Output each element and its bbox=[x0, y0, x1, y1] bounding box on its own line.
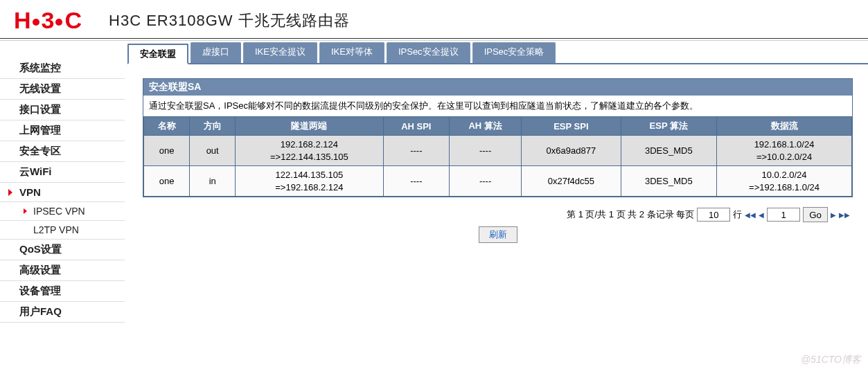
sidebar-item-上网管理[interactable]: 上网管理 bbox=[0, 120, 125, 141]
logo-dot-icon bbox=[33, 19, 39, 26]
cell-ahspi: ---- bbox=[383, 136, 450, 166]
divider bbox=[0, 38, 868, 39]
col-ESP 算法: ESP 算法 bbox=[621, 117, 716, 136]
sidebar-item-VPN[interactable]: VPN bbox=[0, 183, 125, 202]
refresh-wrap: 刷新 bbox=[143, 226, 853, 243]
col-名称: 名称 bbox=[144, 117, 190, 136]
refresh-button[interactable]: 刷新 bbox=[479, 226, 517, 243]
panel-title: 安全联盟SA bbox=[143, 79, 852, 96]
cell-flow: 10.0.2.0/24=>192.168.1.0/24 bbox=[717, 166, 852, 197]
prev-page-icon[interactable]: ◀ bbox=[759, 211, 764, 219]
sidebar-item-接口设置[interactable]: 接口设置 bbox=[0, 100, 125, 120]
table-header-row: 名称方向隧道两端AH SPIAH 算法ESP SPIESP 算法数据流 bbox=[144, 117, 852, 136]
panel-desc: 通过安全联盟SA，IPSec能够对不同的数据流提供不同级别的安全保护。在这里可以… bbox=[143, 96, 852, 116]
cell-ahspi: ---- bbox=[383, 166, 450, 197]
per-page-input[interactable] bbox=[697, 208, 730, 222]
cell-flow: 192.168.1.0/24=>10.0.2.0/24 bbox=[717, 136, 852, 166]
sidebar: 系统监控无线设置接口设置上网管理安全专区云WiFiVPNIPSEC VPNL2T… bbox=[0, 41, 125, 323]
next-page-icon[interactable]: ▶ bbox=[831, 211, 836, 219]
table-row: onein122.144.135.105=>192.168.2.124-----… bbox=[144, 166, 852, 197]
logo: H 3 C bbox=[14, 7, 81, 34]
sa-table: 名称方向隧道两端AH SPIAH 算法ESP SPIESP 算法数据流 oneo… bbox=[143, 116, 852, 197]
sidebar-item-设备管理[interactable]: 设备管理 bbox=[0, 281, 125, 302]
tab-安全联盟[interactable]: 安全联盟 bbox=[127, 44, 188, 64]
rows-label: 行 bbox=[733, 208, 742, 221]
sidebar-list: 系统监控无线设置接口设置上网管理安全专区云WiFiVPNIPSEC VPNL2T… bbox=[0, 58, 125, 323]
tab-IPSec安全提议[interactable]: IPSec安全提议 bbox=[387, 42, 470, 63]
sidebar-item-IPSEC VPN[interactable]: IPSEC VPN bbox=[0, 202, 125, 221]
cell-dir: in bbox=[190, 166, 236, 197]
cell-tunnel: 122.144.135.105=>192.168.2.124 bbox=[236, 166, 383, 197]
logo-3: 3 bbox=[42, 7, 54, 34]
cell-dir: out bbox=[190, 136, 236, 166]
content: 安全联盟SA 通过安全联盟SA，IPSec能够对不同的数据流提供不同级别的安全保… bbox=[127, 64, 868, 250]
cell-name: one bbox=[144, 136, 190, 166]
last-page-icon[interactable]: ▶▶ bbox=[839, 211, 850, 219]
pager-text: 第 1 页/共 1 页 共 2 条记录 每页 bbox=[567, 208, 694, 221]
panel-sa: 安全联盟SA 通过安全联盟SA，IPSec能够对不同的数据流提供不同级别的安全保… bbox=[143, 78, 853, 197]
table-row: oneout192.168.2.124=>122.144.135.105----… bbox=[144, 136, 852, 166]
sidebar-item-无线设置[interactable]: 无线设置 bbox=[0, 79, 125, 100]
sidebar-item-用户FAQ[interactable]: 用户FAQ bbox=[0, 302, 125, 323]
first-page-icon[interactable]: ◀◀ bbox=[745, 211, 756, 219]
logo-h: H bbox=[14, 7, 30, 34]
sidebar-item-云WiFi[interactable]: 云WiFi bbox=[0, 162, 125, 183]
tab-bar: 安全联盟虚接口IKE安全提议IKE对等体IPSec安全提议IPSec安全策略 bbox=[127, 42, 868, 64]
cell-ahalg: ---- bbox=[450, 136, 522, 166]
tab-虚接口[interactable]: 虚接口 bbox=[191, 42, 241, 63]
cell-espspi: 0x6a9ad877 bbox=[522, 136, 621, 166]
page-number-input[interactable] bbox=[767, 208, 800, 222]
device-name: H3C ER3108GW 千兆无线路由器 bbox=[109, 10, 350, 31]
cell-ahalg: ---- bbox=[450, 166, 522, 197]
col-数据流: 数据流 bbox=[717, 117, 852, 136]
main: 安全联盟虚接口IKE安全提议IKE对等体IPSec安全提议IPSec安全策略 安… bbox=[125, 41, 868, 323]
col-AH 算法: AH 算法 bbox=[450, 117, 522, 136]
cell-tunnel: 192.168.2.124=>122.144.135.105 bbox=[236, 136, 383, 166]
pager: 第 1 页/共 1 页 共 2 条记录 每页 行 ◀◀ ◀ Go ▶ ▶▶ bbox=[143, 207, 853, 222]
sidebar-item-高级设置[interactable]: 高级设置 bbox=[0, 260, 125, 281]
tab-IPSec安全策略[interactable]: IPSec安全策略 bbox=[472, 42, 556, 63]
col-AH SPI: AH SPI bbox=[383, 117, 450, 136]
sidebar-item-系统监控[interactable]: 系统监控 bbox=[0, 58, 125, 79]
header: H 3 C H3C ER3108GW 千兆无线路由器 bbox=[0, 0, 868, 38]
logo-c: C bbox=[64, 7, 81, 34]
cell-espalg: 3DES_MD5 bbox=[621, 136, 716, 166]
sidebar-item-安全专区[interactable]: 安全专区 bbox=[0, 141, 125, 162]
logo-text: H 3 C bbox=[14, 7, 81, 34]
sidebar-item-QoS设置[interactable]: QoS设置 bbox=[0, 240, 125, 260]
col-方向: 方向 bbox=[190, 117, 236, 136]
tab-IKE对等体[interactable]: IKE对等体 bbox=[319, 42, 384, 63]
sidebar-item-L2TP VPN[interactable]: L2TP VPN bbox=[0, 221, 125, 240]
col-隧道两端: 隧道两端 bbox=[236, 117, 383, 136]
go-button[interactable]: Go bbox=[803, 207, 828, 222]
tab-IKE安全提议[interactable]: IKE安全提议 bbox=[243, 42, 317, 63]
cell-espalg: 3DES_MD5 bbox=[621, 166, 716, 197]
cell-name: one bbox=[144, 166, 190, 197]
col-ESP SPI: ESP SPI bbox=[522, 117, 621, 136]
cell-espspi: 0x27f4dc55 bbox=[522, 166, 621, 197]
logo-dot-icon bbox=[55, 19, 62, 26]
